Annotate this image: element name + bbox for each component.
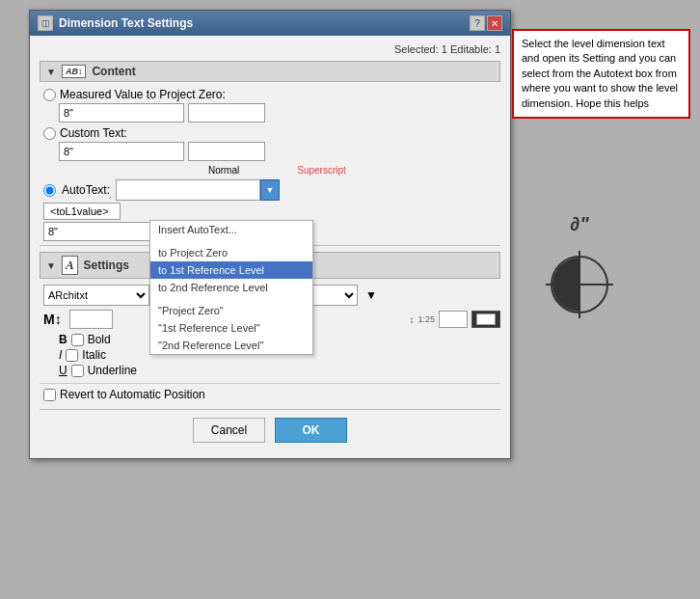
preview-area: ∂" <box>507 193 652 338</box>
measured-value-field2[interactable] <box>188 103 265 123</box>
preview-dimension-text: ∂" <box>570 213 588 235</box>
content-arrow-icon[interactable]: ▼ <box>46 67 56 77</box>
preview-button[interactable] <box>471 311 500 328</box>
dialog-titlebar: ◫ Dimension Text Settings ? ✕ <box>30 11 510 36</box>
button-row: Cancel OK <box>40 414 500 447</box>
crosshair-half-fill <box>552 258 579 312</box>
content-section-title: Content <box>92 65 135 78</box>
settings-icon: A <box>62 256 78 275</box>
size-icon: M↕ <box>43 312 62 327</box>
custom-text-field2[interactable] <box>188 142 265 161</box>
autotext-input[interactable]: Insert AutoText... <box>116 179 260 201</box>
superscript-label: Superscript <box>297 165 346 176</box>
divider2 <box>40 409 500 410</box>
autotext-label: AutoText: <box>62 183 110 197</box>
settings-arrow-icon[interactable]: ▼ <box>46 260 56 271</box>
selected-info: Selected: 1 Editable: 1 <box>40 43 500 55</box>
bottom-area: Revert to Automatic Position Cancel OK <box>40 383 500 450</box>
autotext-dropdown-menu: Insert AutoText... to Project Zero to 1s… <box>149 220 313 355</box>
custom-text-row: Custom Text: <box>43 126 500 140</box>
field-labels: Normal Superscript <box>208 165 500 176</box>
content-section-header: ▼ AB↕ Content <box>40 61 500 82</box>
measured-value-input-row <box>59 103 500 123</box>
value-tag: <toL1value> <box>43 203 121 220</box>
font-select[interactable]: ARchitxt <box>43 285 149 306</box>
revert-checkbox[interactable] <box>43 389 56 401</box>
content-icon: AB↕ <box>62 65 87 78</box>
crosshair-circle <box>551 256 608 313</box>
dialog-icon: ◫ <box>38 15 53 31</box>
ok-button[interactable]: OK <box>275 418 347 443</box>
custom-text-input-row <box>59 142 500 161</box>
titlebar-controls: ? ✕ <box>470 15 502 31</box>
revert-label: Revert to Automatic Position <box>60 388 205 401</box>
underline-checkbox[interactable] <box>71 365 84 377</box>
autotext-row: AutoText: Insert AutoText... ▼ <box>43 179 500 201</box>
bold-checkbox-row: Bold <box>71 333 111 346</box>
dropdown-item-2nd-ref-quoted[interactable]: "2nd Reference Level" <box>150 337 312 354</box>
dropdown-item-project-zero[interactable]: to Project Zero <box>150 244 312 261</box>
dropdown-item-1st-ref[interactable]: to 1st Reference Level <box>150 261 312 279</box>
preview-crosshair <box>546 251 613 318</box>
bold-label: B <box>59 333 67 346</box>
preview-btn-inner <box>476 313 496 325</box>
italic-checkbox[interactable] <box>66 349 78 362</box>
annotation-text: Select the level dimension text and open… <box>522 38 678 109</box>
autotext-select-wrapper: Insert AutoText... ▼ <box>116 179 280 201</box>
measured-value-radio[interactable] <box>43 89 56 101</box>
dropdown-item-insert[interactable]: Insert AutoText... <box>150 221 312 238</box>
underline-row: U Underline <box>59 364 500 377</box>
measured-value-label: Measured Value to Project Zero: <box>60 88 226 101</box>
measured-value-row: Measured Value to Project Zero: <box>43 88 500 101</box>
cancel-button[interactable]: Cancel <box>193 418 265 443</box>
underline-checkbox-row: Underline <box>71 364 137 377</box>
value-tag-row: <toL1value> <box>43 203 500 220</box>
annotation-box: Select the level dimension text and open… <box>512 29 690 119</box>
custom-text-field[interactable] <box>59 142 184 161</box>
bold-checkbox[interactable] <box>71 334 84 346</box>
custom-text-label: Custom Text: <box>60 126 127 140</box>
measured-value-field[interactable] <box>59 103 184 123</box>
underline-label: U <box>59 364 67 377</box>
scale-label: 1:25 <box>417 314 435 324</box>
dropdown-item-2nd-ref[interactable]: to 2nd Reference Level <box>150 279 312 296</box>
autotext-radio[interactable] <box>43 184 56 197</box>
italic-label: I <box>59 348 62 362</box>
size-input[interactable]: 5.00 <box>69 310 113 329</box>
italic-checkbox-row: Italic <box>66 348 106 362</box>
dialog-title: Dimension Text Settings <box>59 16 193 30</box>
help-button[interactable]: ? <box>470 15 485 31</box>
custom-text-radio[interactable] <box>43 127 56 140</box>
scale-controls: ↕ 1:25 1 <box>409 311 500 328</box>
underline-text: Underline <box>88 364 137 377</box>
style-dropdown-arrow: ▼ <box>365 288 377 302</box>
close-button[interactable]: ✕ <box>487 15 502 31</box>
dropdown-item-1st-ref-quoted[interactable]: "1st Reference Level" <box>150 319 312 337</box>
scale-input[interactable]: 1 <box>439 311 468 328</box>
revert-row: Revert to Automatic Position <box>40 388 500 401</box>
normal-label: Normal <box>208 165 239 176</box>
settings-section-title: Settings <box>84 259 129 272</box>
titlebar-left: ◫ Dimension Text Settings <box>38 15 193 31</box>
scale-icon: ↕ <box>409 314 414 325</box>
dropdown-item-project-zero-quoted[interactable]: "Project Zero" <box>150 302 312 319</box>
autotext-dropdown-button[interactable]: ▼ <box>260 179 280 201</box>
italic-text: Italic <box>82 348 106 362</box>
bold-text: Bold <box>88 333 111 346</box>
